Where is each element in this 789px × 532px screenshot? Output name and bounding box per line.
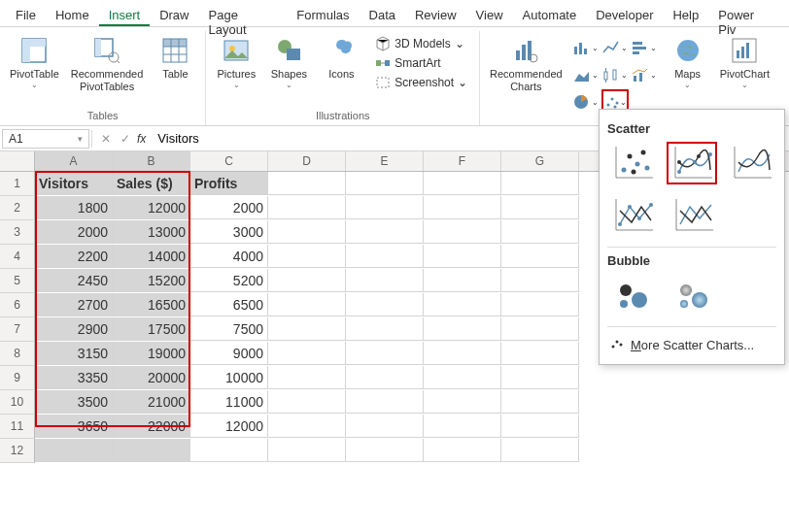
cell[interactable] [424,245,501,268]
cell[interactable]: 3650 [35,415,113,438]
cell[interactable] [424,366,501,389]
cell[interactable] [268,317,346,341]
row-header[interactable]: 9 [0,366,35,390]
cell[interactable] [501,317,579,341]
cell[interactable]: 1800 [35,196,113,219]
cell[interactable] [424,269,501,292]
cancel-formula-button[interactable]: ✕ [98,132,114,146]
cell[interactable]: 3150 [35,342,113,365]
row-header[interactable]: 2 [0,196,35,220]
cell[interactable] [346,317,424,341]
cell[interactable]: 17500 [113,317,190,341]
tab-automate[interactable]: Automate [513,4,587,26]
tab-draw[interactable]: Draw [150,4,198,26]
cell[interactable] [424,439,501,462]
cell[interactable] [346,196,424,219]
cell[interactable]: 3500 [35,390,113,414]
combo-chart-button[interactable]: ⌄ [631,62,658,87]
cell[interactable]: 2000 [35,220,113,244]
tab-formulas[interactable]: Formulas [287,4,359,26]
tab-file[interactable]: File [6,4,46,26]
col-header-d[interactable]: D [268,151,346,171]
scatter-smooth-option[interactable] [727,142,776,184]
line-chart-button[interactable]: ⌄ [601,35,629,60]
cell[interactable]: 3350 [35,366,113,389]
pie-chart-button[interactable]: ⌄ [572,89,600,115]
cell[interactable] [346,390,424,414]
cell[interactable] [268,293,346,316]
cell[interactable] [424,415,501,438]
cell[interactable]: 2000 [190,196,268,219]
bubble-option[interactable] [607,274,658,316]
cell[interactable]: 21000 [113,390,190,414]
tab-home[interactable]: Home [46,4,99,26]
scatter-straight-markers-option[interactable] [607,194,658,237]
tab-insert[interactable]: Insert [99,4,151,26]
cell[interactable] [268,439,346,462]
scatter-option[interactable] [607,142,657,184]
cell[interactable] [346,342,424,365]
row-header[interactable]: 1 [0,172,35,196]
row-header[interactable]: 10 [0,390,35,415]
fx-icon[interactable]: fx [137,132,146,146]
cell[interactable]: 12000 [113,196,190,219]
cell[interactable] [346,415,424,438]
row-header[interactable]: 8 [0,342,35,366]
cell[interactable]: 2200 [35,245,113,268]
cell[interactable]: Sales ($) [113,172,190,195]
cell[interactable] [268,196,346,219]
cell[interactable] [346,293,424,316]
column-chart-button[interactable]: ⌄ [572,35,600,60]
more-scatter-charts-link[interactable]: More Scatter Charts... [607,333,776,356]
row-header[interactable]: 7 [0,317,35,342]
cell[interactable]: 2450 [35,269,113,292]
row-header[interactable]: 6 [0,293,35,317]
cell[interactable]: 3000 [190,220,268,244]
cell[interactable]: Profits [190,172,268,195]
name-box[interactable]: A1 ▾ [2,129,89,149]
cell[interactable] [501,269,579,292]
cell[interactable] [424,390,501,414]
cell[interactable] [346,245,424,268]
scatter-straight-option[interactable] [668,194,718,237]
cell[interactable] [268,415,346,438]
col-header-g[interactable]: G [501,151,579,171]
area-chart-button[interactable]: ⌄ [572,62,600,87]
tab-developer[interactable]: Developer [586,4,663,26]
cell[interactable] [346,220,424,244]
bar-chart-button[interactable]: ⌄ [631,35,658,60]
cell[interactable] [424,220,501,244]
tab-power-pivot[interactable]: Power Piv [708,4,783,26]
cell[interactable]: Visitors [35,172,113,195]
pivot-table-button[interactable]: PivotTable ⌄ [6,33,63,91]
cell[interactable]: 5200 [190,269,268,292]
cell[interactable] [501,390,579,414]
row-header[interactable]: 4 [0,245,35,269]
cell[interactable]: 16500 [113,293,190,316]
cell[interactable] [268,342,346,365]
cell[interactable]: 19000 [113,342,190,365]
cell[interactable]: 20000 [113,366,190,389]
cell[interactable] [501,439,579,462]
pivot-chart-button[interactable]: PivotChart ⌄ [716,33,773,91]
col-header-e[interactable]: E [346,151,424,171]
cell[interactable] [424,342,501,365]
cell[interactable] [268,220,346,244]
tab-view[interactable]: View [466,4,513,26]
bubble-3d-option[interactable] [668,274,718,316]
cell[interactable] [501,415,579,438]
col-header-b[interactable]: B [113,151,190,171]
cell[interactable] [346,439,424,462]
select-all-corner[interactable] [0,151,35,171]
cell[interactable]: 2900 [35,317,113,341]
table-button[interactable]: Table [151,33,199,83]
tab-help[interactable]: Help [663,4,708,26]
screenshot-button[interactable]: Screenshot ⌄ [371,74,471,91]
cell[interactable]: 2700 [35,293,113,316]
cell[interactable] [35,439,113,462]
cell[interactable]: 22000 [113,415,190,438]
cell[interactable] [424,317,501,341]
cell[interactable] [424,196,501,219]
cell[interactable]: 13000 [113,220,190,244]
maps-button[interactable]: Maps ⌄ [664,33,712,91]
